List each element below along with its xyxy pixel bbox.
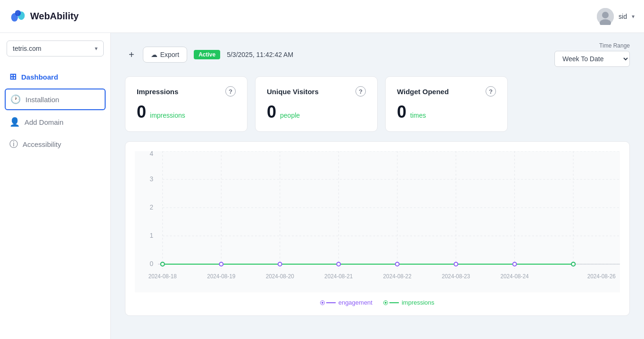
export-icon: ☁ — [151, 51, 157, 58]
svg-text:2024-08-23: 2024-08-23 — [442, 273, 471, 280]
sidebar-item-add-domain[interactable]: 👤 Add Domain — [0, 111, 110, 133]
sidebar-item-dashboard-label: Dashboard — [21, 73, 58, 81]
sidebar-item-add-domain-label: Add Domain — [25, 118, 64, 126]
export-label: Export — [160, 51, 179, 58]
impressions-help-icon[interactable]: ? — [225, 86, 236, 97]
stat-card-impressions-header: Impressions ? — [137, 86, 236, 97]
username: sid — [619, 13, 627, 20]
widget-value-row: 0 times — [397, 102, 496, 122]
impressions-dot-icon — [384, 301, 388, 305]
stat-card-widget-opened: Widget Opened ? 0 times — [385, 76, 508, 132]
impressions-legend-label: impressions — [402, 299, 434, 306]
svg-text:2024-08-20: 2024-08-20 — [266, 273, 295, 280]
stat-cards: Impressions ? 0 impressions Unique Visit… — [125, 76, 630, 132]
svg-text:2024-08-21: 2024-08-21 — [324, 273, 353, 280]
domain-chevron-icon: ▾ — [95, 45, 98, 52]
svg-text:2024-08-24: 2024-08-24 — [500, 273, 529, 280]
impressions-unit: impressions — [150, 112, 185, 119]
sidebar-item-dashboard[interactable]: ⊞ Dashboard — [0, 66, 110, 88]
svg-point-40 — [513, 262, 517, 266]
add-domain-icon: 👤 — [9, 117, 20, 127]
chart-container: 0 1 2 3 4 2024-08-18 2024-08-19 2024-08-… — [125, 141, 630, 316]
stat-card-visitors-title: Unique Visitors — [267, 88, 319, 96]
stat-card-widget-title: Widget Opened — [397, 88, 449, 96]
svg-text:2: 2 — [150, 203, 154, 211]
svg-point-2 — [15, 10, 21, 16]
dashboard-icon: ⊞ — [9, 72, 17, 82]
chart-legend: engagement impressions — [135, 299, 620, 306]
sidebar-item-accessibility[interactable]: ⓘ Accessibility — [0, 133, 110, 155]
widget-unit: times — [410, 112, 426, 119]
installation-icon: 🕐 — [10, 94, 21, 105]
widget-help-icon[interactable]: ? — [486, 86, 496, 97]
svg-point-43 — [571, 262, 575, 266]
time-range-label: Time Range — [599, 42, 630, 49]
engagement-legend-label: engagement — [339, 299, 372, 306]
svg-text:3: 3 — [150, 175, 154, 183]
timestamp: 5/3/2025, 11:42:42 AM — [227, 51, 293, 58]
domain-value: tetris.com — [13, 45, 41, 52]
svg-point-4 — [602, 12, 609, 18]
sidebar-item-installation[interactable]: 🕐 Installation — [5, 89, 106, 110]
logo-text: WebAbility — [30, 11, 79, 22]
stat-card-visitors-header: Unique Visitors ? — [267, 86, 366, 97]
engagement-dot-icon — [321, 301, 324, 305]
stat-card-impressions: Impressions ? 0 impressions — [125, 76, 248, 132]
visitors-unit: people — [280, 112, 300, 119]
topbar-left: + ☁ Export Active 5/3/2025, 11:42:42 AM — [125, 47, 293, 63]
avatar — [597, 8, 614, 25]
svg-point-39 — [454, 262, 458, 266]
time-range-select[interactable]: Week To Date Today Last 7 Days Last 30 D… — [554, 51, 630, 67]
svg-text:2024-08-19: 2024-08-19 — [207, 273, 236, 280]
svg-point-42 — [161, 262, 165, 266]
logo-area: WebAbility — [9, 8, 79, 25]
impressions-value: 0 — [137, 102, 146, 122]
svg-point-36 — [278, 262, 282, 266]
time-range-area: Time Range Week To Date Today Last 7 Day… — [554, 42, 630, 67]
user-chevron-icon: ▾ — [632, 13, 635, 20]
sidebar-item-installation-label: Installation — [25, 96, 59, 104]
svg-point-38 — [396, 262, 399, 266]
visitors-value-row: 0 people — [267, 102, 366, 122]
visitors-value: 0 — [267, 102, 276, 122]
stat-card-unique-visitors: Unique Visitors ? 0 people — [255, 76, 378, 132]
chart-svg: 0 1 2 3 4 2024-08-18 2024-08-19 2024-08-… — [135, 151, 620, 292]
legend-impressions: impressions — [384, 299, 434, 306]
main-layout: tetris.com ▾ ⊞ Dashboard 🕐 Installation … — [0, 33, 644, 339]
svg-text:2024-08-18: 2024-08-18 — [149, 273, 177, 280]
visitors-help-icon[interactable]: ? — [355, 86, 366, 97]
accessibility-icon: ⓘ — [9, 138, 18, 150]
impressions-line-icon — [389, 302, 399, 303]
svg-text:0: 0 — [150, 260, 154, 267]
svg-point-35 — [219, 262, 223, 266]
svg-point-37 — [337, 262, 340, 266]
svg-text:2024-08-26: 2024-08-26 — [587, 273, 616, 280]
user-menu[interactable]: sid ▾ — [597, 8, 635, 25]
svg-rect-6 — [135, 151, 620, 292]
stat-card-impressions-title: Impressions — [137, 88, 178, 96]
main-content: + ☁ Export Active 5/3/2025, 11:42:42 AM … — [111, 33, 644, 339]
engagement-line-icon — [326, 302, 336, 303]
svg-text:4: 4 — [150, 151, 154, 157]
export-button[interactable]: ☁ Export — [143, 47, 187, 63]
status-badge: Active — [194, 50, 220, 59]
svg-text:2024-08-22: 2024-08-22 — [383, 273, 412, 280]
logo-icon — [9, 8, 26, 25]
stat-card-widget-header: Widget Opened ? — [397, 86, 496, 97]
add-button[interactable]: + — [125, 48, 138, 62]
content-topbar: + ☁ Export Active 5/3/2025, 11:42:42 AM … — [125, 42, 630, 67]
header: WebAbility sid ▾ — [0, 0, 644, 33]
sidebar-item-accessibility-label: Accessibility — [23, 140, 61, 148]
svg-text:1: 1 — [150, 232, 154, 239]
sidebar: tetris.com ▾ ⊞ Dashboard 🕐 Installation … — [0, 33, 111, 339]
impressions-value-row: 0 impressions — [137, 102, 236, 122]
widget-value: 0 — [397, 102, 406, 122]
legend-engagement: engagement — [321, 299, 372, 306]
domain-selector[interactable]: tetris.com ▾ — [7, 40, 104, 56]
